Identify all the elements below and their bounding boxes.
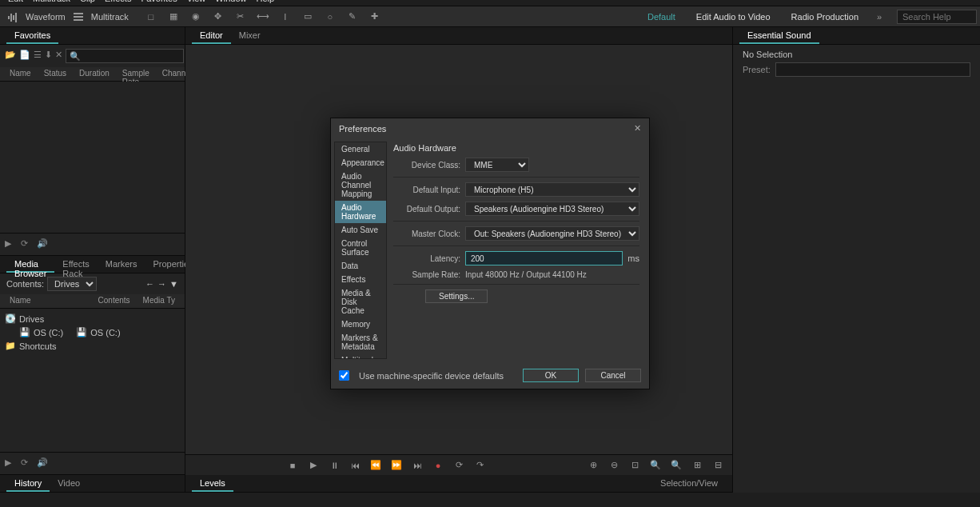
pref-cat-auto-save[interactable]: Auto Save <box>335 223 386 237</box>
pref-cat-appearance[interactable]: Appearance <box>335 156 386 170</box>
sample-rate-value: Input 48000 Hz / Output 44100 Hz <box>465 270 587 279</box>
default-output-label: Default Output: <box>393 205 460 214</box>
pref-cat-data[interactable]: Data <box>335 259 386 273</box>
pref-cat-multitrack[interactable]: Multitrack <box>335 353 386 359</box>
pref-cat-audio-channel-mapping[interactable]: Audio Channel Mapping <box>335 170 386 201</box>
master-clock-label: Master Clock: <box>393 230 460 238</box>
pref-cat-markers-metadata[interactable]: Markers & Metadata <box>335 331 386 353</box>
latency-unit: ms <box>627 254 639 263</box>
pref-cat-media-disk-cache[interactable]: Media & Disk Cache <box>335 286 386 317</box>
pref-cat-effects[interactable]: Effects <box>335 273 386 286</box>
dialog-title: Preferences <box>339 124 634 134</box>
preferences-dialog: Preferences ✕ General Appearance Audio C… <box>330 118 650 389</box>
latency-label: Latency: <box>393 254 460 263</box>
pref-cat-general[interactable]: General <box>335 142 386 156</box>
preferences-content: Audio Hardware Device Class: MME Default… <box>390 138 649 362</box>
device-settings-button[interactable]: Settings... <box>425 289 488 303</box>
machine-specific-label: Use machine-specific device defaults <box>359 371 504 381</box>
latency-input[interactable] <box>465 251 623 265</box>
sample-rate-label: Sample Rate: <box>393 270 460 279</box>
pref-heading: Audio Hardware <box>393 143 639 153</box>
preferences-category-list[interactable]: General Appearance Audio Channel Mapping… <box>334 142 387 359</box>
pref-cat-memory[interactable]: Memory <box>335 317 386 331</box>
device-class-dropdown[interactable]: MME <box>465 158 529 172</box>
cancel-button[interactable]: Cancel <box>585 369 641 382</box>
device-class-label: Device Class: <box>393 161 460 170</box>
pref-cat-control-surface[interactable]: Control Surface <box>335 237 386 259</box>
default-output-dropdown[interactable]: Speakers (Audioengine HD3 Stereo) <box>465 202 639 216</box>
modal-overlay: Preferences ✕ General Appearance Audio C… <box>0 0 980 507</box>
ok-button[interactable]: OK <box>523 369 579 382</box>
master-clock-dropdown[interactable]: Out: Speakers (Audioengine HD3 Stereo) <box>465 226 639 241</box>
pref-cat-audio-hardware[interactable]: Audio Hardware <box>335 201 386 223</box>
close-button[interactable]: ✕ <box>634 123 641 134</box>
machine-specific-checkbox[interactable] <box>339 370 349 381</box>
default-input-dropdown[interactable]: Microphone (H5) <box>465 182 639 197</box>
default-input-label: Default Input: <box>393 186 460 194</box>
